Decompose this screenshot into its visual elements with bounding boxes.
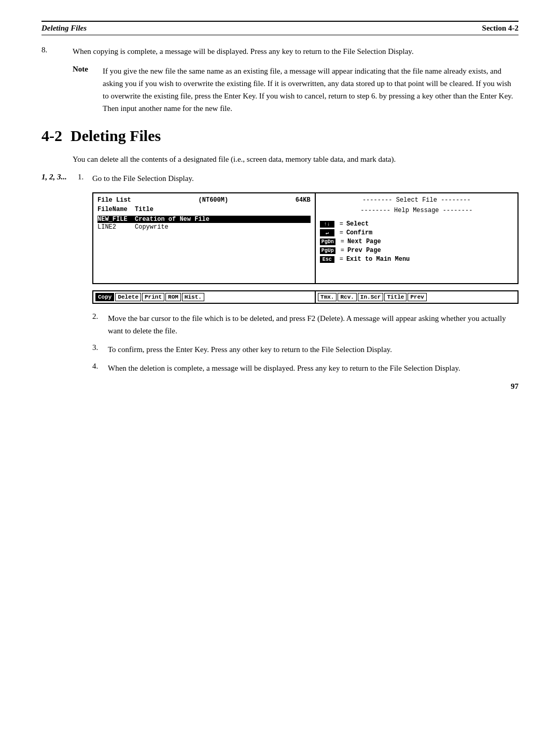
note-block: Note If you give the new file the same n… bbox=[73, 65, 519, 115]
screen-size-label: 64KB bbox=[296, 196, 311, 204]
header-right: Section 4-2 bbox=[482, 24, 519, 33]
key-select-label: Select bbox=[346, 220, 369, 228]
page-header: Deleting Files Section 4-2 bbox=[41, 21, 519, 35]
key-pgup: PgUp bbox=[320, 247, 335, 254]
screen-file-list-label: File List bbox=[97, 196, 131, 204]
step-3: 3. To confirm, press the Enter Key. Pres… bbox=[92, 343, 519, 356]
btn-hist[interactable]: Hist. bbox=[182, 293, 204, 301]
key-prevpage-label: Prev Page bbox=[347, 247, 381, 254]
row2-title: Copywrite bbox=[135, 223, 169, 231]
btn-delete[interactable]: Delete bbox=[115, 293, 141, 301]
btn-copy[interactable]: Copy bbox=[95, 293, 114, 301]
key-row-select: ↑↓ = Select bbox=[320, 220, 513, 228]
screen-left-pane: File List (NT600M) 64KB FileName Title N… bbox=[93, 193, 316, 283]
screen-col-headers: FileName Title bbox=[97, 206, 311, 214]
btn-prev[interactable]: Prev bbox=[408, 293, 426, 301]
screen-bottom-bar: Copy Delete Print ROM Hist. Tmx. Rcv. In… bbox=[93, 290, 517, 303]
key-row-exit: Esc = Exit to Main Menu bbox=[320, 256, 513, 263]
key-pgdn: PgDn bbox=[320, 238, 335, 245]
screen-row-1: NEW_FILE Creation of New File bbox=[97, 216, 311, 223]
intro-text: You can delete all the contents of a des… bbox=[73, 153, 519, 165]
screen-simulation: File List (NT600M) 64KB FileName Title N… bbox=[92, 192, 519, 284]
key-row-confirm: ↵ = Confirm bbox=[320, 229, 513, 236]
screen-row-2: LINE2 Copywrite bbox=[97, 223, 311, 231]
step-1-num: 1. bbox=[78, 173, 92, 185]
step-2-text: Move the bar cursor to the file which is… bbox=[108, 312, 519, 337]
steps-list: 1, 2, 3... 1. Go to the File Selection D… bbox=[41, 173, 519, 185]
btn-title[interactable]: Title bbox=[384, 293, 407, 301]
step-4-num: 4. bbox=[92, 362, 108, 374]
step-label: 1, 2, 3... bbox=[41, 173, 78, 185]
section-title: Deleting Files bbox=[71, 127, 161, 144]
note-label: Note bbox=[73, 65, 99, 115]
screen-select-file-title: -------- Select File -------- bbox=[320, 196, 513, 204]
btn-print[interactable]: Print bbox=[142, 293, 164, 301]
section-number: 4-2 bbox=[41, 127, 62, 144]
screen-title-row: File List (NT600M) 64KB bbox=[97, 196, 311, 204]
screen-bottom-left-buttons: Copy Delete Print ROM Hist. bbox=[93, 291, 316, 303]
section-heading: 4-2Deleting Files bbox=[41, 127, 519, 145]
key-esc: Esc bbox=[320, 256, 334, 263]
step-8-text: When copying is complete, a message will… bbox=[73, 46, 519, 58]
step-8-block: 8. When copying is complete, a message w… bbox=[41, 46, 519, 58]
btn-rcv[interactable]: Rcv. bbox=[338, 293, 356, 301]
key-row-prevpage: PgUp = Prev Page bbox=[320, 247, 513, 254]
screen-model-label: (NT600M) bbox=[199, 196, 229, 204]
key-enter: ↵ bbox=[320, 229, 334, 236]
screen-bottom-right-buttons: Tmx. Rcv. In.Scr Title Prev bbox=[316, 291, 517, 303]
step-4-text: When the deletion is complete, a message… bbox=[108, 362, 519, 374]
key-confirm-label: Confirm bbox=[346, 229, 372, 236]
key-row-nextpage: PgDn = Next Page bbox=[320, 238, 513, 245]
col-filename-header: FileName bbox=[97, 206, 135, 213]
key-exit-label: Exit to Main Menu bbox=[346, 256, 410, 263]
step-3-text: To confirm, press the Enter Key. Press a… bbox=[108, 343, 519, 356]
step-3-num: 3. bbox=[92, 343, 108, 356]
steps-2-4: 2. Move the bar cursor to the file which… bbox=[92, 312, 519, 374]
screen-right-pane: -------- Select File -------- -------- H… bbox=[316, 193, 517, 283]
row2-filename: LINE2 bbox=[97, 223, 135, 231]
btn-rom[interactable]: ROM bbox=[165, 293, 181, 301]
key-nextpage-label: Next Page bbox=[347, 238, 381, 245]
row1-filename: NEW_FILE bbox=[97, 216, 135, 223]
key-map: ↑↓ = Select ↵ = Confirm PgDn = Next Page bbox=[320, 220, 513, 263]
note-text: If you give the new file the same name a… bbox=[103, 65, 519, 115]
screen-help-message-title: -------- Help Message -------- bbox=[320, 207, 513, 214]
key-updown: ↑↓ bbox=[320, 221, 334, 228]
col-title-header: Title bbox=[135, 206, 153, 213]
btn-inscr[interactable]: In.Scr bbox=[358, 293, 384, 301]
step-2: 2. Move the bar cursor to the file which… bbox=[92, 312, 519, 337]
step-2-num: 2. bbox=[92, 312, 108, 337]
row1-title: Creation of New File bbox=[135, 216, 209, 223]
step-8-number: 8. bbox=[41, 46, 73, 58]
btn-tmx[interactable]: Tmx. bbox=[318, 293, 337, 301]
page-number: 97 bbox=[511, 382, 519, 391]
step-4: 4. When the deletion is complete, a mess… bbox=[92, 362, 519, 374]
header-left: Deleting Files bbox=[41, 24, 87, 33]
step-1-text: Go to the File Selection Display. bbox=[92, 173, 519, 185]
